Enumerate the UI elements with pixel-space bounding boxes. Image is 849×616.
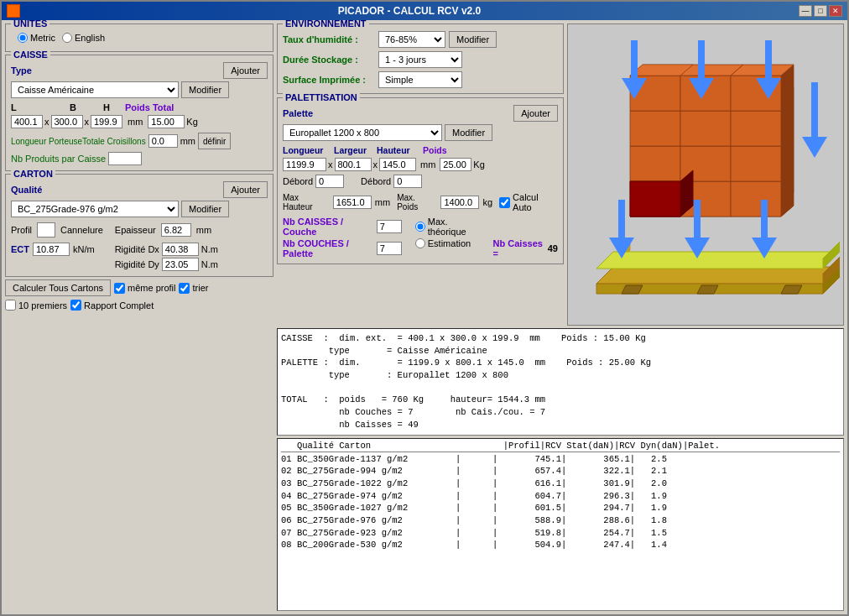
table-row: 01 BC_350Grade-1137 g/m2 | | 745.1| 365.… (281, 453, 840, 466)
poids-header: Poids Total (125, 102, 174, 112)
svg-marker-75 (802, 137, 827, 158)
carton-add-button[interactable]: Ajouter (223, 181, 268, 198)
viz-section (567, 23, 844, 326)
debord1-input[interactable] (315, 175, 344, 188)
pall-mm-label: mm (420, 159, 435, 170)
calcul-auto-checkbox[interactable] (499, 197, 510, 208)
debord1-label: Débord (283, 176, 313, 186)
rapport-label[interactable]: Rapport Complet (70, 300, 154, 311)
nb-couches-input[interactable] (377, 242, 402, 255)
debord2-label: Débord (361, 176, 391, 186)
rigidite-dy-label: Rigidité Dy (115, 259, 159, 269)
debord2-input[interactable] (393, 175, 422, 188)
profil-box (37, 222, 55, 238)
results-text: CAISSE : dim. ext. = 400.1 x 300.0 x 199… (277, 328, 844, 436)
max-poids-input[interactable] (440, 196, 479, 209)
pall-lar-input[interactable] (335, 158, 372, 171)
surface-select[interactable]: Simple Double Aucune (378, 71, 462, 88)
caisse-l-input[interactable] (11, 115, 43, 128)
ect-input[interactable] (33, 243, 70, 256)
svg-marker-67 (630, 181, 680, 217)
ect-label: ECT (11, 244, 29, 254)
calculer-button[interactable]: Calculer Tous Cartons (5, 279, 111, 296)
carton-modify-button[interactable]: Modifier (181, 201, 229, 217)
pall-lon-input[interactable] (283, 158, 326, 171)
english-radio-label[interactable]: English (62, 33, 105, 43)
pall-lar-label: Largeur (334, 145, 372, 155)
table-row: 07 BC_275Grade-923 g/m2 | | 519.8| 254.7… (281, 527, 840, 540)
nb-produits-input[interactable] (108, 152, 142, 165)
nb-caisses-total-label: Nb Caisses = (493, 238, 545, 258)
pall-poids-input[interactable] (440, 158, 471, 171)
duree-select[interactable]: 1 - 3 jours < 1 jour > 3 jours (378, 51, 462, 68)
minimize-button[interactable]: — (799, 5, 812, 17)
meme-profil-label[interactable]: même profil (114, 283, 175, 294)
rapport-checkbox[interactable] (70, 300, 81, 311)
english-label: English (75, 33, 105, 43)
close-button[interactable]: ✕ (829, 5, 842, 17)
pall-modify-button[interactable]: Modifier (445, 124, 492, 141)
maximize-button[interactable]: □ (814, 5, 827, 17)
metric-radio-label[interactable]: Metric (18, 33, 55, 43)
mm4-label: mm (196, 225, 211, 235)
definir-button[interactable]: définir (198, 133, 231, 149)
dix-premiers-label[interactable]: 10 premiers (5, 300, 67, 311)
calcul-auto-label[interactable]: Calcul Auto (499, 192, 558, 212)
svg-marker-5 (622, 285, 643, 294)
caisse-add-button[interactable]: Ajouter (223, 62, 268, 79)
nb-caisses-input[interactable] (377, 220, 402, 233)
caisse-modify-button[interactable]: Modifier (181, 81, 229, 98)
max-poids-label: Max. Poids (397, 193, 437, 211)
svg-marker-6 (697, 285, 718, 294)
metric-label: Metric (30, 33, 55, 43)
nb-caisses-total-value: 49 (548, 243, 558, 253)
unites-title: UNITES (11, 20, 49, 29)
duree-label: Durée Stockage : (283, 55, 375, 65)
max-hau-input[interactable] (333, 196, 372, 209)
pall-add-button[interactable]: Ajouter (513, 105, 558, 122)
mm-label: mm (128, 117, 143, 127)
caisse-poids-input[interactable] (148, 115, 185, 128)
svg-marker-45 (630, 111, 680, 146)
estimation-label[interactable]: Estimation (415, 238, 483, 248)
x2-sep: x (85, 117, 90, 127)
longueur-label: Longueur PorteuseTotale Croisillons (11, 137, 146, 146)
max-theorique-radio[interactable] (415, 222, 425, 232)
pall-poids-hdr: Poids (423, 145, 447, 155)
caisse-title: CAISSE (11, 50, 50, 60)
app-icon (7, 4, 20, 18)
pall-select[interactable]: Europallet 1200 x 800 (283, 124, 442, 141)
l-label: L (11, 102, 23, 112)
env-modifier-button[interactable]: Modifier (449, 31, 497, 48)
type-label: Type (11, 65, 32, 76)
svg-marker-42 (731, 146, 781, 181)
rigidite-dx-input[interactable] (162, 243, 199, 256)
pall-hau-input[interactable] (379, 158, 416, 171)
max-theorique-label[interactable]: Max. théorique (415, 217, 483, 237)
english-radio[interactable] (62, 33, 72, 43)
carton-group: CARTON Qualité Ajouter BC_275Grade-976 g… (5, 174, 273, 277)
epaisseur-input[interactable] (161, 223, 191, 237)
carton-qualite-select[interactable]: BC_275Grade-976 g/m2 (11, 201, 179, 217)
window-title: PICADOR - CALCUL RCV v2.0 (20, 5, 799, 17)
environnement-group: ENVIRONNEMENT Taux d'humidité : 76-85% <… (277, 23, 564, 94)
kg3-label: kg (482, 197, 492, 207)
meme-profil-checkbox[interactable] (114, 283, 125, 294)
caisse-b-input[interactable] (51, 115, 83, 128)
rigidite-dy-input[interactable] (162, 258, 199, 271)
results-table[interactable]: Qualité Carton |Profil|RCV Stat(daN)|RCV… (277, 438, 844, 612)
trier-label[interactable]: trier (179, 283, 208, 294)
longueur-input[interactable] (148, 134, 178, 148)
metric-radio[interactable] (18, 33, 28, 43)
estimation-radio[interactable] (415, 238, 425, 248)
caisse-h-input[interactable] (91, 115, 122, 128)
svg-marker-0 (596, 267, 840, 284)
taux-select[interactable]: 76-85% < 75% > 85% (378, 31, 445, 48)
dix-premiers-checkbox[interactable] (5, 300, 16, 311)
pall-lon-label: Longueur (283, 145, 329, 155)
surface-label: Surface Imprimée : (283, 75, 375, 85)
rigidite-dx-label: Rigidité Dx (115, 244, 159, 254)
mm5-label: mm (375, 197, 390, 207)
caisse-type-select[interactable]: Caisse Américaine (11, 81, 179, 98)
trier-checkbox[interactable] (179, 283, 190, 294)
